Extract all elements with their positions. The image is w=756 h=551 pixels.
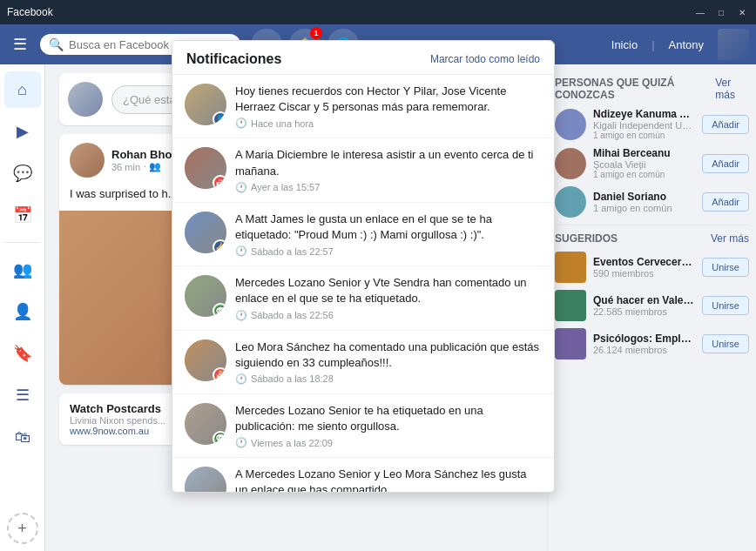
add-friend-button-2[interactable]: Añadir bbox=[702, 192, 749, 212]
friends-see-more[interactable]: Ver más bbox=[715, 77, 749, 101]
friend-name-1: Mihai Berceanu bbox=[593, 147, 695, 159]
groups-section-header: SUGERIDOS Ver más bbox=[555, 232, 749, 245]
friend-avatar-2 bbox=[555, 186, 586, 218]
notif-avatar-5: 💬 bbox=[185, 403, 226, 445]
notif-avatar-0: 📘 bbox=[185, 84, 226, 125]
sidebar-item-calendar[interactable]: 📅 bbox=[4, 197, 41, 233]
group-avatar-1 bbox=[555, 290, 586, 321]
clock-icon: 🕐 bbox=[235, 245, 247, 257]
add-friend-button-0[interactable]: Añadir bbox=[702, 115, 749, 134]
notifications-title: Notificaciones bbox=[186, 64, 281, 67]
sidebar-divider-line bbox=[555, 225, 749, 225]
friend-info-2: Daniel Soriano 1 amigo en común bbox=[593, 191, 695, 213]
notification-badge: 1 bbox=[310, 27, 322, 39]
notification-item[interactable]: 💬 Mercedes Lozano Senior y Vte Sendra ha… bbox=[172, 266, 554, 330]
notification-item[interactable]: 📅 A Maria Diciembre le interesa asistir … bbox=[172, 138, 554, 202]
sidebar-item-watch[interactable]: ▶ bbox=[4, 113, 41, 150]
sidebar-item-more[interactable]: ☰ bbox=[4, 377, 41, 413]
notification-item[interactable]: 👍 A Matt James le gusta un enlace en el … bbox=[172, 203, 554, 266]
notif-content-3: Mercedes Lozano Senior y Vte Sendra han … bbox=[235, 275, 542, 320]
group-avatar-0 bbox=[555, 252, 586, 283]
hamburger-button[interactable]: ☰ bbox=[7, 31, 33, 57]
friend-info-1: Mihai Berceanu Şcoala Vieţii 1 amigo en … bbox=[593, 147, 695, 179]
notif-text-6: A Mercedes Lozano Senior y Leo Mora Sánc… bbox=[235, 467, 542, 493]
notification-item[interactable]: 👍 A Mercedes Lozano Senior y Leo Mora Sá… bbox=[172, 458, 554, 493]
friend-detail-0: Kigali Independent Univers... bbox=[593, 120, 695, 131]
group-name-0: Eventos Cerveceros Cra... bbox=[593, 256, 695, 268]
notifications-list: 📘 Hoy tienes recuerdos con Hector Y Pila… bbox=[172, 75, 554, 493]
join-group-button-2[interactable]: Unirse bbox=[702, 334, 749, 353]
notif-content-6: A Mercedes Lozano Senior y Leo Mora Sánc… bbox=[235, 467, 542, 493]
main-layout: ⌂ ▶ 💬 📅 👥 👤 🔖 ☰ 🛍 + ¿Qué está... 📷 Foto … bbox=[0, 64, 756, 551]
sidebar-item-saved[interactable]: 🔖 bbox=[4, 335, 41, 372]
friend-detail-1: Şcoala Vieţii bbox=[593, 159, 695, 170]
group-members-0: 590 miembros bbox=[593, 268, 695, 279]
friends-section-title: PERSONAS QUE QUIZÁ CONOZCAS bbox=[555, 77, 715, 101]
notif-avatar-4: 🎂 bbox=[185, 339, 226, 381]
notif-content-5: Mercedes Lozano Senior te ha etiquetado … bbox=[235, 403, 542, 448]
notif-content-0: Hoy tienes recuerdos con Hector Y Pilar,… bbox=[235, 84, 542, 129]
groups-see-more[interactable]: Ver más bbox=[711, 232, 749, 245]
notif-type-icon-1: 📅 bbox=[213, 175, 226, 189]
notif-content-1: A Maria Diciembre le interesa asistir a … bbox=[235, 147, 542, 192]
clock-icon: 🕐 bbox=[235, 373, 247, 385]
friend-mutual-1: 1 amigo en común bbox=[593, 170, 695, 179]
friend-name-0: Ndizeye Kanuma Alain bbox=[593, 108, 695, 120]
group-members-2: 26.124 miembros bbox=[593, 345, 695, 355]
notif-type-icon-2: 👍 bbox=[213, 239, 226, 253]
friend-name-2: Daniel Soriano bbox=[593, 191, 695, 203]
group-info-0: Eventos Cerveceros Cra... 590 miembros bbox=[593, 256, 695, 279]
groups-list: Eventos Cerveceros Cra... 590 miembros U… bbox=[555, 252, 749, 359]
clock-icon: 🕐 bbox=[235, 310, 247, 321]
friend-avatar-0 bbox=[555, 109, 586, 140]
friend-detail-2: 1 amigo en común bbox=[593, 203, 695, 213]
friend-item: Ndizeye Kanuma Alain Kigali Independent … bbox=[555, 108, 749, 140]
notification-item[interactable]: 📘 Hoy tienes recuerdos con Hector Y Pila… bbox=[172, 75, 554, 138]
join-group-button-1[interactable]: Unirse bbox=[702, 296, 749, 315]
titlebar-title: Facebook bbox=[7, 6, 53, 18]
clock-icon: 🕐 bbox=[235, 182, 247, 193]
sidebar-item-groups[interactable]: 👥 bbox=[4, 252, 41, 288]
group-item: Psicólogos: Empleo y f... 26.124 miembro… bbox=[555, 328, 749, 359]
notif-time-1: 🕐 Ayer a las 15:57 bbox=[235, 182, 542, 193]
user-name[interactable]: Antony bbox=[664, 35, 709, 55]
notif-type-icon-0: 📘 bbox=[213, 111, 226, 125]
sidebar-item-home[interactable]: ⌂ bbox=[4, 71, 41, 108]
notif-time-3: 🕐 Sábado a las 22:56 bbox=[235, 310, 542, 321]
nav-divider: | bbox=[651, 38, 654, 51]
add-friend-button-1[interactable]: Añadir bbox=[702, 154, 749, 173]
user-avatar[interactable] bbox=[718, 29, 749, 60]
notification-item[interactable]: 🎂 Leo Mora Sánchez ha comentado una publ… bbox=[172, 331, 554, 394]
notif-avatar-1: 📅 bbox=[185, 147, 226, 189]
notif-avatar-2: 👍 bbox=[185, 212, 226, 253]
notif-text-1: A Maria Diciembre le interesa asistir a … bbox=[235, 147, 542, 178]
notif-time-2: 🕐 Sábado a las 22:57 bbox=[235, 245, 542, 257]
sidebar-add-button[interactable]: + bbox=[7, 513, 38, 544]
maximize-button[interactable]: □ bbox=[714, 5, 728, 19]
notif-content-2: A Matt James le gusta un enlace en el qu… bbox=[235, 212, 542, 257]
friends-list: Ndizeye Kanuma Alain Kigali Independent … bbox=[555, 108, 749, 218]
left-sidebar: ⌂ ▶ 💬 📅 👥 👤 🔖 ☰ 🛍 + bbox=[0, 64, 45, 551]
sidebar-item-profile[interactable]: 👤 bbox=[4, 293, 41, 330]
group-name-1: Qué hacer en Valencia ... bbox=[593, 294, 695, 306]
group-item: Eventos Cerveceros Cra... 590 miembros U… bbox=[555, 252, 749, 283]
join-group-button-0[interactable]: Unirse bbox=[702, 258, 749, 277]
close-button[interactable]: ✕ bbox=[735, 5, 749, 19]
notif-type-icon-5: 💬 bbox=[213, 431, 226, 445]
notif-avatar-3: 💬 bbox=[185, 275, 226, 317]
friend-avatar-1 bbox=[555, 148, 586, 179]
sidebar-item-marketplace[interactable]: 🛍 bbox=[4, 419, 41, 455]
group-item: Qué hacer en Valencia ... 22.585 miembro… bbox=[555, 290, 749, 321]
group-info-2: Psicólogos: Empleo y f... 26.124 miembro… bbox=[593, 333, 695, 355]
sidebar-item-chat[interactable]: 💬 bbox=[4, 155, 41, 192]
mark-all-read-button[interactable]: Marcar todo como leído bbox=[430, 64, 540, 65]
group-members-1: 22.585 miembros bbox=[593, 306, 695, 317]
minimize-button[interactable]: — bbox=[693, 5, 707, 19]
notification-item[interactable]: 💬 Mercedes Lozano Senior te ha etiquetad… bbox=[172, 394, 554, 458]
notif-content-4: Leo Mora Sánchez ha comentado una public… bbox=[235, 339, 542, 385]
nav-right: Inicio | Antony bbox=[606, 29, 749, 60]
home-link[interactable]: Inicio bbox=[606, 35, 643, 55]
notif-text-4: Leo Mora Sánchez ha comentado una public… bbox=[235, 339, 542, 371]
friend-info-0: Ndizeye Kanuma Alain Kigali Independent … bbox=[593, 108, 695, 140]
group-name-2: Psicólogos: Empleo y f... bbox=[593, 333, 695, 345]
